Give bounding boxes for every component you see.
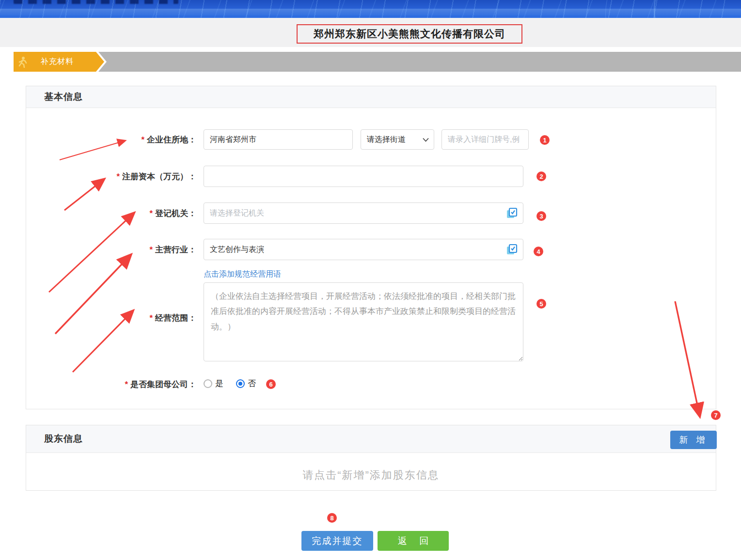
page: 郑州郑东新区小美熊熊文化传播有限公司 补充材料 基本信息 *企业住所地： 请选择…: [0, 0, 741, 560]
company-name: 郑州郑东新区小美熊熊文化传播有限公司: [314, 27, 505, 41]
address-label: *企业住所地：: [65, 134, 196, 145]
walking-person-icon: [17, 56, 28, 68]
annotation-badge-6: 6: [266, 379, 276, 389]
radio-yes[interactable]: [204, 379, 212, 388]
street-select-value: 请选择街道: [367, 135, 406, 145]
annotation-badge-2: 2: [536, 171, 546, 181]
banner-arc-decoration: [605, 0, 741, 18]
business-scope-label: *经营范围：: [65, 312, 196, 324]
address-city-input[interactable]: [204, 129, 353, 150]
radio-yes-label[interactable]: 是: [215, 378, 223, 389]
tab-label: 补充材料: [41, 57, 74, 67]
annotation-badge-7: 7: [711, 410, 721, 420]
add-shareholder-button[interactable]: 新 增: [670, 431, 717, 449]
address-detail-input[interactable]: [441, 129, 529, 150]
annotation-badge-1: 1: [540, 135, 550, 145]
banner-logo-fragment: [14, 0, 178, 4]
basic-info-header: 基本信息: [26, 86, 716, 108]
submit-button[interactable]: 完成并提交: [301, 531, 373, 551]
radio-no-label[interactable]: 否: [248, 378, 256, 389]
annotation-badge-4: 4: [534, 247, 543, 256]
annotation-badge-5: 5: [536, 299, 546, 309]
add-standard-terms-link[interactable]: 点击添加规范经营用语: [204, 269, 281, 280]
company-name-box: 郑州郑东新区小美熊熊文化传播有限公司: [297, 24, 522, 44]
shareholders-empty-hint: 请点击“新增”添加股东信息: [26, 468, 716, 482]
registered-capital-input[interactable]: [204, 166, 523, 187]
annotation-badge-8: 8: [327, 513, 337, 523]
group-parent-radio-group: 是 否: [204, 378, 268, 389]
business-scope-textarea[interactable]: [204, 282, 523, 361]
shareholders-header: 股东信息: [26, 425, 716, 453]
top-banner: [0, 0, 741, 18]
group-parent-label: *是否集团母公司：: [65, 379, 196, 390]
registration-authority-label: *登记机关：: [65, 208, 196, 219]
step-bar: [14, 52, 741, 72]
street-select[interactable]: 请选择街道: [361, 129, 434, 150]
registered-capital-label: *注册资本（万元）：: [65, 171, 196, 182]
basic-info-title: 基本信息: [44, 91, 83, 103]
shareholders-panel: 股东信息 新 增 请点击“新增”添加股东信息: [26, 425, 716, 491]
annotation-badge-3: 3: [536, 211, 546, 221]
shareholders-title: 股东信息: [44, 433, 83, 445]
back-button[interactable]: 返 回: [378, 531, 449, 551]
chevron-down-icon: [423, 138, 429, 142]
main-industry-input[interactable]: [204, 239, 523, 260]
pick-from-list-icon[interactable]: [506, 244, 518, 255]
registration-authority-input[interactable]: [204, 202, 523, 224]
pick-from-list-icon[interactable]: [506, 207, 518, 219]
main-industry-label: *主营行业：: [65, 244, 196, 255]
radio-no[interactable]: [236, 379, 245, 388]
